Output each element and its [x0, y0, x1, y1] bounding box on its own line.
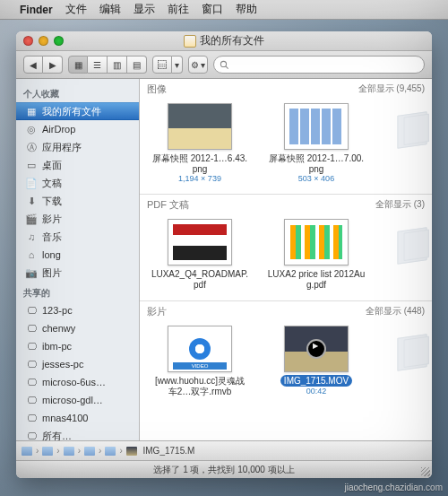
computer-icon: 🖵 — [25, 376, 38, 388]
column-view-button[interactable]: ▥ — [108, 56, 127, 74]
search-field[interactable] — [213, 56, 425, 74]
status-text: 选择了 1 项，共找到 10,000 项以上 — [153, 464, 294, 476]
action-button[interactable]: ⚙ ▾ — [188, 56, 208, 74]
computer-icon: 🖵 — [25, 412, 38, 424]
section-grid: 屏幕快照 2012-1…6.43.png1,194 × 739屏幕快照 2012… — [140, 96, 432, 192]
sidebar-item-label: ibm-pc — [42, 341, 72, 352]
forward-button[interactable]: ▶ — [43, 56, 63, 74]
zoom-button[interactable] — [54, 36, 64, 46]
sidebar-item-label: AirDrop — [42, 124, 75, 135]
svg-line-1 — [226, 65, 228, 68]
sidebar-item-图片[interactable]: 📷图片 — [16, 264, 139, 282]
sidebar-item-文稿[interactable]: 📄文稿 — [16, 174, 139, 192]
file-meta: 503 × 406 — [267, 174, 366, 183]
menu-edit[interactable]: 编辑 — [99, 2, 121, 17]
file-item[interactable]: [www.huohu.cc]灵魂战车2…双字.rmvb — [151, 326, 249, 396]
sidebar-item-AirDrop[interactable]: ◎AirDrop — [16, 120, 139, 138]
folder-icon — [64, 447, 74, 456]
sidebar-item-应用程序[interactable]: Ⓐ应用程序 — [16, 138, 139, 156]
file-name: 屏幕快照 2012-1…6.43.png — [151, 153, 249, 174]
computer-icon: 🖵 — [25, 430, 38, 440]
sidebar-shared-123-pc[interactable]: 🖵123-pc — [16, 301, 139, 319]
sidebar-item-影片[interactable]: 🎬影片 — [16, 210, 139, 228]
section-name: PDF 文稿 — [147, 198, 189, 212]
path-item-current[interactable]: IMG_1715.M — [126, 446, 195, 456]
coverflow-preview[interactable] — [396, 212, 432, 299]
resize-handle[interactable] — [421, 467, 430, 476]
show-all-link[interactable]: 全部显示 — [375, 199, 411, 209]
file-item[interactable]: 屏幕快照 2012-1…7.00.png503 × 406 — [267, 103, 366, 183]
all-files-icon: ▦ — [25, 105, 38, 117]
back-button[interactable]: ◀ — [23, 56, 43, 74]
arrange-menu[interactable]: ⿳ ▾ — [152, 56, 183, 74]
search-input[interactable] — [233, 59, 418, 70]
list-view-button[interactable]: ☰ — [88, 56, 108, 74]
pictures-icon: 📷 — [25, 266, 38, 279]
close-button[interactable] — [23, 36, 33, 46]
menu-file[interactable]: 文件 — [65, 2, 87, 17]
svg-point-0 — [220, 61, 226, 66]
sidebar-shared-chenwy[interactable]: 🖵chenwy — [16, 319, 139, 337]
file-icon — [126, 447, 137, 456]
coverflow-preview[interactable] — [396, 96, 432, 192]
sidebar-item-音乐[interactable]: ♫音乐 — [16, 228, 139, 246]
file-name: LUXA2_Q4_ROADMAP.pdf — [151, 269, 249, 290]
path-item[interactable] — [105, 447, 116, 456]
path-item[interactable] — [42, 447, 53, 456]
sidebar-item-label: 文稿 — [42, 177, 62, 190]
window-title-text: 我的所有文件 — [200, 33, 264, 48]
sidebar-item-label: 123-pc — [42, 305, 73, 316]
file-item[interactable]: 屏幕快照 2012-1…6.43.png1,194 × 739 — [151, 103, 249, 183]
show-all-link[interactable]: 全部显示 — [358, 83, 394, 93]
sidebar-shared-所有…[interactable]: 🖵所有… — [16, 427, 139, 440]
minimize-button[interactable] — [39, 36, 48, 46]
path-item[interactable] — [84, 447, 95, 456]
file-name: [www.huohu.cc]灵魂战车2…双字.rmvb — [151, 376, 249, 396]
sidebar-item-label: 我的所有文件 — [42, 105, 101, 118]
applications-icon: Ⓐ — [25, 141, 38, 153]
sidebar-item-桌面[interactable]: ▭桌面 — [16, 156, 139, 174]
coverflow-preview[interactable] — [396, 318, 432, 405]
section-count: (3) — [414, 199, 425, 209]
section-name: 图像 — [147, 83, 167, 96]
sidebar-item-label: 桌面 — [42, 159, 62, 172]
music-icon: ♫ — [25, 231, 38, 243]
content-area: 图像全部显示 (9,455)屏幕快照 2012-1…6.43.png1,194 … — [140, 79, 432, 440]
sidebar-shared-microso-gdl…[interactable]: 🖵microso-gdl… — [16, 391, 139, 409]
arrange-dropdown-icon: ▾ — [172, 56, 183, 74]
sidebar-item-label: 所有… — [42, 430, 72, 441]
icon-view-button[interactable]: ▦ — [68, 56, 88, 74]
sidebar-item-下载[interactable]: ⬇下载 — [16, 192, 139, 210]
titlebar[interactable]: 我的所有文件 — [16, 31, 432, 51]
sidebar-shared-microso-6us…[interactable]: 🖵microso-6us… — [16, 373, 139, 391]
coverflow-view-button[interactable]: ▤ — [127, 56, 147, 74]
thumbnail — [168, 219, 232, 265]
section-name: 影片 — [147, 305, 167, 318]
sidebar-item-label: chenwy — [42, 323, 75, 334]
file-name: LUXA2 price list 2012Aug.pdf — [267, 269, 366, 290]
sidebar-shared-ibm-pc[interactable]: 🖵ibm-pc — [16, 337, 139, 355]
sidebar-shared-mnas4100[interactable]: 🖵mnas4100 — [16, 409, 139, 427]
app-menu[interactable]: Finder — [20, 4, 53, 16]
sidebar-item-long[interactable]: ⌂long — [16, 246, 139, 264]
sidebar-item-label: 影片 — [42, 213, 62, 226]
sidebar-item-label: 应用程序 — [42, 141, 82, 154]
menu-help[interactable]: 帮助 — [236, 2, 257, 17]
menu-view[interactable]: 显示 — [134, 2, 155, 17]
computer-icon: 🖵 — [25, 394, 38, 406]
file-item[interactable]: LUXA2 price list 2012Aug.pdf — [267, 219, 366, 290]
sidebar-item-label: microso-6us… — [42, 377, 106, 387]
path-item[interactable] — [22, 447, 32, 456]
menu-go[interactable]: 前往 — [168, 2, 189, 17]
file-item[interactable]: IMG_1715.MOV00:42 — [267, 326, 366, 396]
sidebar-item-我的所有文件[interactable]: ▦我的所有文件 — [16, 102, 139, 120]
show-all-link[interactable]: 全部显示 — [366, 306, 401, 316]
section-grid: [www.huohu.cc]灵魂战车2…双字.rmvbIMG_1715.MOV0… — [140, 318, 432, 405]
folder-icon — [22, 447, 32, 456]
view-buttons: ▦ ☰ ▥ ▤ — [68, 56, 147, 74]
path-bar[interactable]: IMG_1715.M — [16, 440, 432, 460]
file-item[interactable]: LUXA2_Q4_ROADMAP.pdf — [151, 219, 249, 290]
path-item[interactable] — [64, 447, 74, 456]
menu-window[interactable]: 窗口 — [202, 2, 223, 17]
sidebar-shared-jesses-pc[interactable]: 🖵jesses-pc — [16, 355, 139, 373]
